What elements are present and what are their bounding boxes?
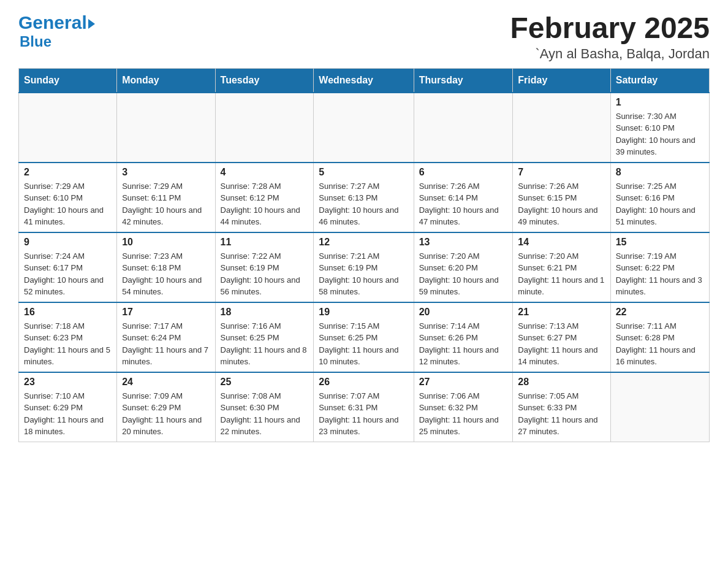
day-info: Sunrise: 7:07 AM Sunset: 6:31 PM Dayligh…	[319, 390, 408, 438]
day-info: Sunrise: 7:18 AM Sunset: 6:23 PM Dayligh…	[24, 320, 112, 368]
day-number: 13	[419, 237, 508, 248]
day-info: Sunrise: 7:27 AM Sunset: 6:13 PM Dayligh…	[319, 180, 408, 228]
day-number: 12	[319, 237, 408, 248]
calendar-cell: 14Sunrise: 7:20 AM Sunset: 6:21 PM Dayli…	[513, 232, 610, 302]
day-number: 9	[24, 237, 112, 248]
calendar-cell: 13Sunrise: 7:20 AM Sunset: 6:20 PM Dayli…	[414, 232, 513, 302]
calendar-week-row: 9Sunrise: 7:24 AM Sunset: 6:17 PM Daylig…	[19, 232, 710, 302]
calendar-cell: 1Sunrise: 7:30 AM Sunset: 6:10 PM Daylig…	[610, 93, 709, 163]
day-number: 22	[616, 307, 704, 318]
calendar-cell: 27Sunrise: 7:06 AM Sunset: 6:32 PM Dayli…	[414, 372, 513, 442]
calendar-week-row: 1Sunrise: 7:30 AM Sunset: 6:10 PM Daylig…	[19, 93, 710, 163]
day-number: 24	[122, 377, 210, 388]
day-of-week-header: Saturday	[610, 68, 709, 93]
calendar-cell: 12Sunrise: 7:21 AM Sunset: 6:19 PM Dayli…	[314, 232, 414, 302]
day-number: 5	[319, 167, 408, 178]
day-info: Sunrise: 7:29 AM Sunset: 6:10 PM Dayligh…	[24, 180, 112, 228]
calendar-cell: 19Sunrise: 7:15 AM Sunset: 6:25 PM Dayli…	[314, 302, 414, 372]
calendar-week-row: 23Sunrise: 7:10 AM Sunset: 6:29 PM Dayli…	[19, 372, 710, 442]
day-info: Sunrise: 7:20 AM Sunset: 6:21 PM Dayligh…	[518, 250, 605, 298]
calendar-cell: 20Sunrise: 7:14 AM Sunset: 6:26 PM Dayli…	[414, 302, 513, 372]
day-info: Sunrise: 7:21 AM Sunset: 6:19 PM Dayligh…	[319, 250, 408, 298]
day-number: 25	[221, 377, 309, 388]
calendar-cell: 15Sunrise: 7:19 AM Sunset: 6:22 PM Dayli…	[610, 232, 709, 302]
day-info: Sunrise: 7:28 AM Sunset: 6:12 PM Dayligh…	[221, 180, 309, 228]
day-number: 14	[518, 237, 605, 248]
calendar-cell: 9Sunrise: 7:24 AM Sunset: 6:17 PM Daylig…	[19, 232, 117, 302]
day-number: 17	[122, 307, 210, 318]
day-info: Sunrise: 7:14 AM Sunset: 6:26 PM Dayligh…	[419, 320, 508, 368]
day-number: 23	[24, 377, 112, 388]
calendar-cell	[610, 372, 709, 442]
day-info: Sunrise: 7:19 AM Sunset: 6:22 PM Dayligh…	[616, 250, 704, 298]
day-info: Sunrise: 7:15 AM Sunset: 6:25 PM Dayligh…	[319, 320, 408, 368]
day-number: 18	[221, 307, 309, 318]
day-info: Sunrise: 7:08 AM Sunset: 6:30 PM Dayligh…	[221, 390, 309, 438]
day-number: 15	[616, 237, 704, 248]
day-info: Sunrise: 7:30 AM Sunset: 6:10 PM Dayligh…	[616, 110, 704, 158]
calendar-header-row: SundayMondayTuesdayWednesdayThursdayFrid…	[19, 68, 710, 93]
day-number: 19	[319, 307, 408, 318]
calendar-cell: 23Sunrise: 7:10 AM Sunset: 6:29 PM Dayli…	[19, 372, 117, 442]
calendar-cell: 10Sunrise: 7:23 AM Sunset: 6:18 PM Dayli…	[117, 232, 215, 302]
day-number: 20	[419, 307, 508, 318]
day-of-week-header: Wednesday	[314, 68, 414, 93]
day-info: Sunrise: 7:25 AM Sunset: 6:16 PM Dayligh…	[616, 180, 704, 228]
calendar-cell	[414, 93, 513, 163]
day-number: 7	[518, 167, 605, 178]
calendar-cell	[117, 93, 215, 163]
day-number: 10	[122, 237, 210, 248]
calendar-cell: 11Sunrise: 7:22 AM Sunset: 6:19 PM Dayli…	[215, 232, 314, 302]
day-info: Sunrise: 7:16 AM Sunset: 6:25 PM Dayligh…	[221, 320, 309, 368]
day-of-week-header: Friday	[513, 68, 610, 93]
calendar-cell: 6Sunrise: 7:26 AM Sunset: 6:14 PM Daylig…	[414, 163, 513, 232]
day-number: 4	[221, 167, 309, 178]
calendar-table: SundayMondayTuesdayWednesdayThursdayFrid…	[18, 68, 710, 442]
calendar-cell: 22Sunrise: 7:11 AM Sunset: 6:28 PM Dayli…	[610, 302, 709, 372]
calendar-week-row: 16Sunrise: 7:18 AM Sunset: 6:23 PM Dayli…	[19, 302, 710, 372]
day-of-week-header: Sunday	[19, 68, 117, 93]
day-number: 1	[616, 97, 704, 108]
calendar-cell: 5Sunrise: 7:27 AM Sunset: 6:13 PM Daylig…	[314, 163, 414, 232]
calendar-cell	[215, 93, 314, 163]
calendar-cell	[314, 93, 414, 163]
calendar-cell: 21Sunrise: 7:13 AM Sunset: 6:27 PM Dayli…	[513, 302, 610, 372]
day-number: 21	[518, 307, 605, 318]
day-info: Sunrise: 7:23 AM Sunset: 6:18 PM Dayligh…	[122, 250, 210, 298]
logo-blue-text: Blue	[20, 33, 51, 50]
day-number: 8	[616, 167, 704, 178]
day-number: 28	[518, 377, 605, 388]
calendar-cell	[513, 93, 610, 163]
calendar-cell: 18Sunrise: 7:16 AM Sunset: 6:25 PM Dayli…	[215, 302, 314, 372]
day-info: Sunrise: 7:26 AM Sunset: 6:14 PM Dayligh…	[419, 180, 508, 228]
calendar-cell: 28Sunrise: 7:05 AM Sunset: 6:33 PM Dayli…	[513, 372, 610, 442]
calendar-cell: 7Sunrise: 7:26 AM Sunset: 6:15 PM Daylig…	[513, 163, 610, 232]
day-number: 26	[319, 377, 408, 388]
day-number: 11	[221, 237, 309, 248]
calendar-cell: 4Sunrise: 7:28 AM Sunset: 6:12 PM Daylig…	[215, 163, 314, 232]
calendar-cell: 3Sunrise: 7:29 AM Sunset: 6:11 PM Daylig…	[117, 163, 215, 232]
day-number: 27	[419, 377, 508, 388]
day-info: Sunrise: 7:17 AM Sunset: 6:24 PM Dayligh…	[122, 320, 210, 368]
day-info: Sunrise: 7:05 AM Sunset: 6:33 PM Dayligh…	[518, 390, 605, 438]
day-of-week-header: Tuesday	[215, 68, 314, 93]
day-info: Sunrise: 7:13 AM Sunset: 6:27 PM Dayligh…	[518, 320, 605, 368]
calendar-cell: 2Sunrise: 7:29 AM Sunset: 6:10 PM Daylig…	[19, 163, 117, 232]
calendar-cell: 24Sunrise: 7:09 AM Sunset: 6:29 PM Dayli…	[117, 372, 215, 442]
page-header: General Blue February 2025 `Ayn al Basha…	[18, 12, 710, 62]
day-info: Sunrise: 7:29 AM Sunset: 6:11 PM Dayligh…	[122, 180, 210, 228]
day-info: Sunrise: 7:26 AM Sunset: 6:15 PM Dayligh…	[518, 180, 605, 228]
calendar-week-row: 2Sunrise: 7:29 AM Sunset: 6:10 PM Daylig…	[19, 163, 710, 232]
calendar-cell: 26Sunrise: 7:07 AM Sunset: 6:31 PM Dayli…	[314, 372, 414, 442]
day-info: Sunrise: 7:10 AM Sunset: 6:29 PM Dayligh…	[24, 390, 112, 438]
day-of-week-header: Thursday	[414, 68, 513, 93]
calendar-cell: 17Sunrise: 7:17 AM Sunset: 6:24 PM Dayli…	[117, 302, 215, 372]
calendar-cell: 16Sunrise: 7:18 AM Sunset: 6:23 PM Dayli…	[19, 302, 117, 372]
calendar-cell	[19, 93, 117, 163]
day-of-week-header: Monday	[117, 68, 215, 93]
logo-general-text: General	[18, 12, 95, 33]
logo: General Blue	[18, 12, 95, 50]
day-info: Sunrise: 7:20 AM Sunset: 6:20 PM Dayligh…	[419, 250, 508, 298]
day-number: 6	[419, 167, 508, 178]
month-year-title: February 2025	[510, 12, 710, 45]
